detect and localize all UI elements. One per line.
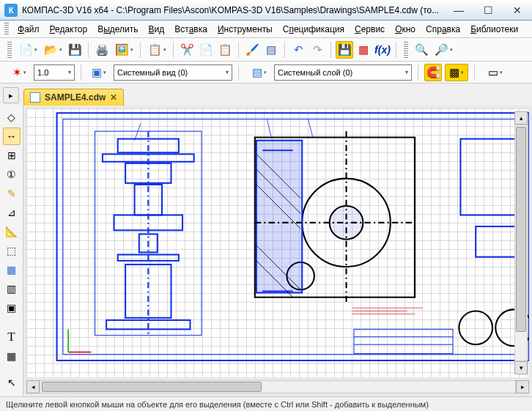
edit-tool[interactable]: ✎ (3, 185, 21, 202)
layer-label: Системный слой (0) (278, 68, 352, 77)
drawing-content (26, 108, 529, 367)
secondary-toolbar: ✶ 1.0 ▾ ▣ Системный вид (0) ▾ ▤ Системны… (0, 62, 532, 84)
svg-rect-32 (354, 329, 453, 353)
parametric-tool[interactable]: ⊿ (3, 204, 21, 221)
symbols-tool[interactable]: ① (3, 166, 21, 183)
document-tab[interactable]: SAMPLE4.cdw ✕ (23, 89, 124, 105)
document-tab-label: SAMPLE4.cdw (45, 92, 106, 103)
snap-settings-button[interactable]: ▩ (445, 64, 468, 81)
scroll-up-button[interactable]: ▴ (514, 111, 528, 125)
new-button[interactable]: 📄 (16, 41, 40, 59)
reports-tool[interactable]: ▥ (3, 280, 21, 297)
main-toolbar: 📄 📂 💾 🖨️ 🖼️ 📋 ✂️ 📄 📋 🖌️ ▤ ↶ ↷ 💾 ▦ f(x) 🔍… (0, 38, 532, 62)
select-tool[interactable]: ⬚ (3, 242, 21, 259)
scroll-right-button[interactable]: ▸ (516, 380, 529, 393)
properties-button[interactable]: 📋 (145, 41, 169, 59)
menubar: Файл Редактор Выделить Вид Вставка Инстр… (0, 21, 532, 38)
scroll-down-button[interactable]: ▾ (514, 361, 528, 374)
status-text: Щелкните левой кнопкой мыши на объекте д… (6, 400, 429, 409)
svg-rect-28 (460, 139, 521, 215)
view-combo[interactable]: Системный вид (0) ▾ (114, 64, 232, 81)
statusbar: Щелкните левой кнопкой мыши на объекте д… (0, 396, 532, 411)
window-title: КОМПАС-3D V16 x64 - C:\Program Files\Asc… (22, 5, 444, 15)
measure-tool[interactable]: 📐 (3, 223, 21, 240)
annotate-tool[interactable]: ⊞ (3, 147, 21, 164)
print-preview-button[interactable]: 🖼️ (112, 41, 136, 59)
left-toolbox: ◇ ↔ ⊞ ① ✎ ⊿ 📐 ⬚ ▦ ▥ ▣ T ▦ ↖ (0, 105, 23, 396)
app-icon: К (4, 4, 18, 17)
scale-combo[interactable]: 1.0 ▾ (34, 64, 75, 81)
menu-help[interactable]: Справка (421, 23, 465, 36)
grip-handle[interactable] (4, 23, 9, 36)
scale-value: 1.0 (37, 68, 48, 77)
document-tabs: ▸ SAMPLE4.cdw ✕ (0, 84, 532, 105)
menu-spec[interactable]: Спецификация (278, 23, 349, 36)
parametrize-button[interactable]: ▭ (484, 64, 507, 81)
properties-panel-button[interactable]: ▤ (262, 41, 280, 59)
scroll-thumb-h[interactable] (42, 382, 262, 392)
open-button[interactable]: 📂 (41, 41, 64, 59)
tab-close-button[interactable]: ✕ (110, 92, 117, 103)
workspace: ◇ ↔ ⊞ ① ✎ ⊿ 📐 ⬚ ▦ ▥ ▣ T ▦ ↖ (0, 105, 532, 396)
spec-tool[interactable]: ▦ (3, 261, 21, 278)
minimize-button[interactable]: — (444, 0, 473, 21)
print-button[interactable]: 🖨️ (93, 41, 111, 59)
svg-rect-18 (256, 141, 302, 293)
variables-button[interactable]: ▦ (355, 41, 372, 59)
menu-insert[interactable]: Вставка (170, 23, 212, 36)
geometry-tool[interactable]: ◇ (3, 108, 21, 126)
copy-button[interactable]: 📄 (197, 41, 215, 59)
canvas-area: ▴ ▾ ◂ ▸ (23, 105, 532, 396)
grip-handle[interactable] (7, 42, 12, 58)
table-tool[interactable]: ▦ (3, 347, 21, 365)
save-button[interactable]: 💾 (66, 41, 84, 59)
maximize-button[interactable]: ☐ (473, 0, 503, 21)
library-manager-button[interactable]: 💾 (336, 41, 353, 59)
titlebar: К КОМПАС-3D V16 x64 - C:\Program Files\A… (0, 0, 532, 21)
close-button[interactable]: ✕ (503, 0, 532, 21)
format-painter-button[interactable]: 🖌️ (243, 41, 261, 59)
view-label: Системный вид (0) (117, 68, 188, 77)
formula-button[interactable]: f(x) (374, 41, 391, 59)
scroll-thumb-v[interactable] (516, 127, 526, 332)
menu-library[interactable]: Библиотеки (466, 23, 522, 36)
horizontal-scrollbar[interactable]: ◂ ▸ (26, 380, 529, 393)
dimensions-tool[interactable]: ↔ (3, 127, 21, 145)
grip-handle[interactable] (404, 42, 408, 58)
text-tool[interactable]: T (3, 328, 21, 346)
redo-button[interactable]: ↷ (309, 41, 326, 59)
step-mode-button[interactable]: ✶ (7, 64, 31, 81)
svg-line-35 (135, 124, 141, 141)
cursor-tool[interactable]: ↖ (3, 374, 21, 391)
menu-tools[interactable]: Инструменты (213, 23, 277, 36)
zoom-in-button[interactable]: 🔍 (413, 41, 430, 59)
menu-window[interactable]: Окно (391, 23, 420, 36)
cut-button[interactable]: ✂️ (178, 41, 196, 59)
vertical-scrollbar[interactable]: ▴ ▾ (514, 111, 528, 374)
svg-line-36 (267, 119, 271, 139)
layer-combo[interactable]: Системный слой (0) ▾ (274, 64, 412, 81)
menu-select[interactable]: Выделить (93, 23, 142, 36)
svg-point-30 (459, 311, 492, 344)
views-manager-button[interactable]: ▣ (87, 64, 111, 81)
snap-toggle-button[interactable]: 🧲 (424, 64, 442, 81)
menu-service[interactable]: Сервис (350, 23, 389, 36)
menu-editor[interactable]: Редактор (45, 23, 92, 36)
panel-toggle-button[interactable]: ▸ (3, 87, 19, 103)
layers-manager-button[interactable]: ▤ (248, 64, 271, 81)
document-icon (30, 92, 40, 103)
scroll-left-button[interactable]: ◂ (26, 380, 40, 393)
paste-button[interactable]: 📋 (216, 41, 234, 59)
drawing-canvas[interactable]: ▴ ▾ (26, 108, 529, 377)
menu-file[interactable]: Файл (13, 23, 44, 36)
menu-view[interactable]: Вид (144, 23, 169, 36)
insert-tool[interactable]: ▣ (3, 299, 21, 316)
zoom-out-button[interactable]: 🔎 (432, 41, 455, 59)
undo-button[interactable]: ↶ (289, 41, 307, 59)
svg-line-37 (309, 119, 313, 138)
